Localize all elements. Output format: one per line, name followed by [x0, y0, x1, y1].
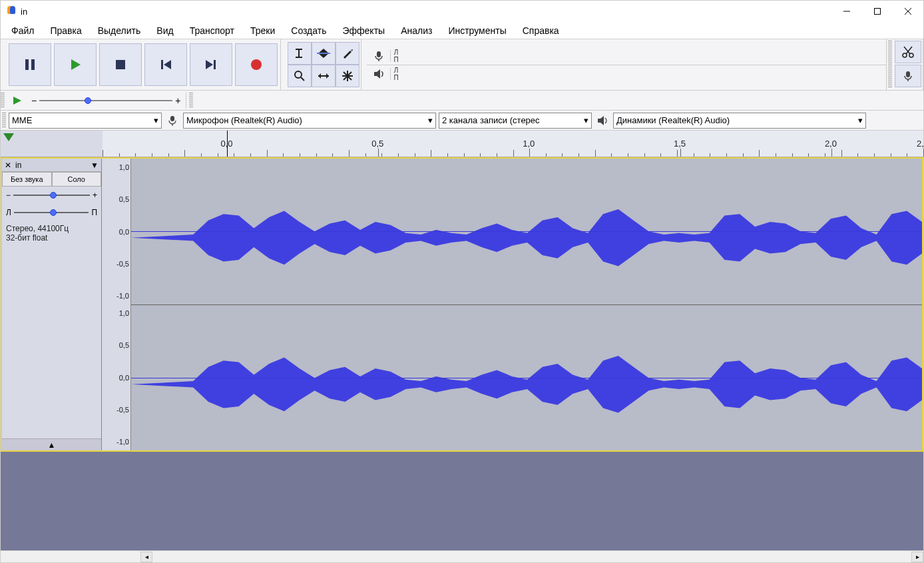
- meter-label-P: П: [393, 74, 398, 81]
- app-icon: [6, 6, 17, 17]
- menu-tracks[interactable]: Треки: [242, 23, 283, 38]
- waveform-right[interactable]: [131, 305, 922, 451]
- meter-label-L: Л: [394, 49, 399, 56]
- track-collapse-button[interactable]: ▲: [2, 438, 101, 450]
- minimize-button[interactable]: [831, 1, 862, 22]
- svg-rect-30: [377, 51, 381, 57]
- ruler-label: 1,0: [523, 139, 535, 149]
- speaker-icon: [593, 115, 612, 126]
- mic-setup-button[interactable]: [895, 65, 921, 87]
- empty-track-area[interactable]: [1, 452, 923, 484]
- close-button[interactable]: [893, 1, 923, 22]
- pause-button[interactable]: [9, 43, 51, 86]
- scroll-left-button[interactable]: ◂: [140, 552, 152, 562]
- mute-button[interactable]: Без звука: [2, 172, 52, 187]
- svg-rect-11: [214, 60, 216, 69]
- play-button[interactable]: [54, 43, 97, 86]
- menu-edit[interactable]: Правка: [42, 23, 89, 38]
- menu-tools[interactable]: Инструменты: [440, 23, 514, 38]
- menu-analyze[interactable]: Анализ: [393, 23, 440, 38]
- playback-speed-slider[interactable]: [39, 94, 172, 107]
- waveform-left[interactable]: [131, 159, 922, 305]
- audio-host-combo[interactable]: MME▾: [9, 113, 162, 129]
- svg-marker-39: [13, 97, 21, 105]
- svg-marker-32: [374, 69, 380, 79]
- pan-slider[interactable]: Л П: [2, 204, 101, 221]
- amp-label: 0,0: [119, 374, 129, 382]
- speed-minus: −: [29, 95, 39, 106]
- svg-rect-4: [25, 59, 29, 70]
- gain-slider[interactable]: − +: [2, 187, 101, 204]
- scroll-right-button[interactable]: ▸: [911, 552, 923, 562]
- timeshift-tool[interactable]: [312, 65, 336, 87]
- draw-tool[interactable]: [336, 42, 359, 65]
- svg-rect-5: [31, 59, 35, 70]
- svg-marker-24: [318, 73, 321, 79]
- ruler-label: 1,5: [674, 139, 686, 149]
- stop-button[interactable]: [99, 43, 142, 86]
- play-at-speed-button[interactable]: [9, 92, 26, 109]
- selection-tool[interactable]: [288, 42, 312, 65]
- svg-line-22: [301, 77, 304, 81]
- toolbar-grip[interactable]: [189, 93, 193, 109]
- playback-device-combo[interactable]: Динамики (Realtek(R) Audio)▾: [613, 113, 866, 129]
- svg-rect-40: [170, 116, 174, 121]
- mic-icon: [163, 115, 182, 126]
- menu-help[interactable]: Справка: [515, 23, 567, 38]
- toolbar-grip[interactable]: [888, 41, 892, 89]
- zoom-tool[interactable]: [288, 65, 312, 87]
- meter-label-L: Л: [394, 67, 399, 74]
- toolbar-grip[interactable]: [2, 113, 6, 129]
- app-window: in Файл Правка Выделить Вид Транспорт Тр…: [0, 0, 924, 563]
- recording-device-combo[interactable]: Микрофон (Realtek(R) Audio)▾: [183, 113, 436, 129]
- recording-channels-combo[interactable]: 2 канала записи (стерес▾: [439, 113, 592, 129]
- playhead-icon[interactable]: [3, 133, 14, 141]
- solo-button[interactable]: Соло: [52, 172, 102, 187]
- recording-meter[interactable]: ЛП -54 -48 Щёлкните для старта мониторин…: [367, 47, 886, 65]
- menu-transport[interactable]: Транспорт: [182, 23, 242, 38]
- svg-marker-10: [206, 60, 213, 69]
- amp-label: 1,0: [119, 309, 129, 317]
- meter-label-P: П: [393, 56, 398, 63]
- maximize-button[interactable]: [862, 1, 893, 22]
- timeline-ruler[interactable]: 0,00,51,01,52,02,5: [1, 131, 923, 157]
- playback-meter[interactable]: ЛП -54-48-42-36-30-24-18-12-60: [367, 65, 886, 83]
- amp-label: -1,0: [116, 438, 129, 446]
- ruler-label: 0,5: [371, 139, 383, 149]
- amplitude-scale: 1,00,50,0-0,5-1,0 1,00,50,0-0,5-1,0: [102, 159, 131, 450]
- svg-marker-25: [326, 73, 329, 79]
- mic-icon[interactable]: [367, 50, 391, 62]
- svg-marker-16: [318, 49, 329, 53]
- audio-track[interactable]: ✕ in ▼ Без звука Соло − + Л П: [1, 157, 923, 452]
- toolbar-grip[interactable]: [1, 93, 5, 109]
- multi-tool[interactable]: [336, 65, 359, 87]
- track-close-button[interactable]: ✕: [2, 161, 14, 170]
- speaker-icon[interactable]: [367, 68, 391, 80]
- horizontal-scrollbar[interactable]: ◂ ▸: [1, 550, 923, 562]
- ruler-label: 2,0: [825, 139, 837, 149]
- chevron-down-icon: ▾: [858, 115, 863, 125]
- menu-effect[interactable]: Эффекты: [334, 23, 393, 38]
- cut-button[interactable]: [895, 41, 921, 63]
- skip-end-button[interactable]: [190, 43, 232, 86]
- svg-rect-37: [906, 71, 910, 77]
- svg-rect-14: [296, 49, 302, 50]
- amp-label: 0,5: [119, 341, 129, 349]
- menu-file[interactable]: Файл: [3, 23, 42, 38]
- skip-start-button[interactable]: [144, 43, 187, 86]
- play-at-speed-toolbar: − +: [1, 91, 923, 111]
- gain-plus: +: [93, 191, 97, 200]
- menu-generate[interactable]: Создать: [283, 23, 334, 38]
- envelope-tool[interactable]: [312, 42, 336, 65]
- track-control-panel: ✕ in ▼ Без звука Соло − + Л П: [2, 159, 102, 450]
- transport-toolbar-row: ЛП -54 -48 Щёлкните для старта мониторин…: [1, 39, 923, 91]
- chevron-down-icon: ▾: [154, 115, 158, 125]
- menu-view[interactable]: Вид: [148, 23, 181, 38]
- ruler-label: 2,5: [917, 139, 924, 149]
- chevron-down-icon: ▾: [428, 115, 433, 125]
- record-button[interactable]: [235, 43, 278, 86]
- track-name[interactable]: in: [14, 161, 88, 170]
- track-menu-button[interactable]: ▼: [88, 161, 101, 170]
- amp-label: 0,0: [119, 228, 129, 236]
- menu-select[interactable]: Выделить: [90, 23, 149, 38]
